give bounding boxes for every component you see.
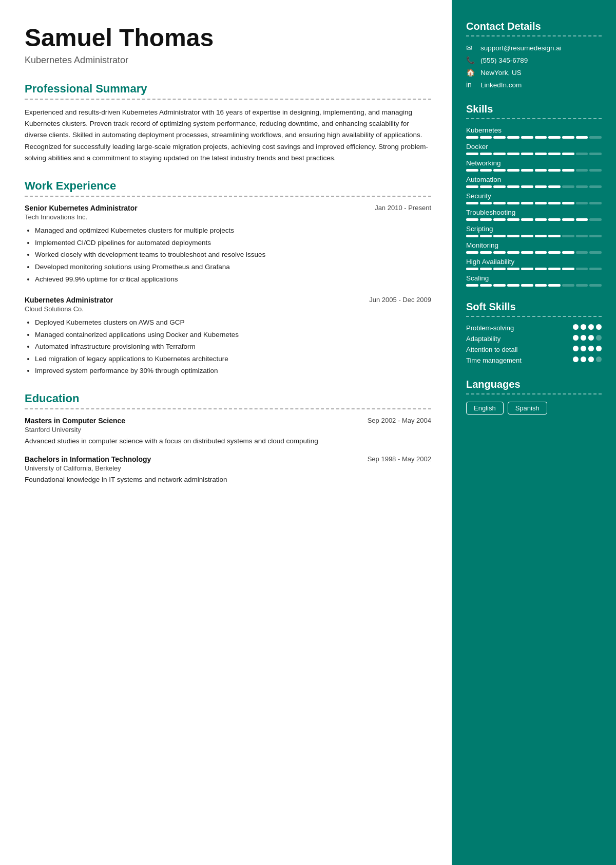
skills-section: Skills Kubernetes Docker Networking Auto… [466,103,602,287]
job-title: Kubernetes Administrator [25,296,113,304]
skill-segment [521,185,533,188]
skills-title: Skills [466,103,602,115]
soft-skill-row: Attention to detail [466,346,602,353]
skill-row: Networking [466,159,602,172]
soft-skill-name: Adaptability [466,335,569,343]
job-bullet: Implemented CI/CD pipelines for automate… [35,237,431,249]
education-section: Education Masters in Computer Science Se… [25,392,431,485]
skill-segment [521,136,533,139]
skill-row: High Availability [466,258,602,270]
soft-skill-row: Adaptability [466,335,602,343]
skill-name: Scaling [466,274,602,282]
skill-name: Automation [466,176,602,183]
edu-header: Bachelors in Information Technology Sep … [25,455,431,463]
skill-segment [576,235,588,237]
edu-school: Stanford University [25,426,431,434]
skill-segment [466,284,478,287]
soft-skill-name: Time management [466,356,569,364]
dot-row [573,356,602,362]
skill-segment [548,153,561,155]
edu-header: Masters in Computer Science Sep 2002 - M… [25,417,431,425]
skill-segment [576,268,588,270]
skill-segment [535,185,547,188]
skill-segment [493,185,506,188]
skill-segment [466,136,478,139]
contact-icon: in [466,81,476,89]
job-bullet: Developed monitoring solutions using Pro… [35,261,431,273]
skill-segment [576,251,588,254]
right-column: Contact Details ✉ support@resumedesign.a… [452,0,616,865]
skill-segment [480,185,492,188]
skill-segment [480,218,492,221]
soft-skill-dot [581,346,586,351]
skill-row: Monitoring [466,241,602,254]
skill-name: Monitoring [466,241,602,249]
education-divider [25,408,431,409]
skill-segment [466,153,478,155]
skill-segment [480,235,492,237]
skill-segment [466,218,478,221]
skill-segment [493,251,506,254]
skill-bar [466,153,602,155]
languages-section: Languages EnglishSpanish [466,379,602,415]
skill-segment [535,235,547,237]
skill-row: Docker [466,143,602,155]
soft-skill-dot [573,324,579,330]
skill-segment [576,284,588,287]
soft-skill-dot [588,335,594,341]
skill-segment [535,169,547,172]
skill-segment [480,251,492,254]
contact-title: Contact Details [466,21,602,32]
job-bullet: Achieved 99.9% uptime for critical appli… [35,274,431,285]
soft-skill-dot [581,356,586,362]
skill-segment [535,251,547,254]
skill-row: Automation [466,176,602,188]
skill-segment [507,218,519,221]
skill-segment [589,268,602,270]
job-bullets: Deployed Kubernetes clusters on AWS and … [35,317,431,377]
skill-segment [493,153,506,155]
contact-item: 📞 (555) 345-6789 [466,56,602,64]
skill-bar [466,218,602,221]
skill-segment [466,169,478,172]
left-column: Samuel Thomas Kubernetes Administrator P… [0,0,452,865]
skills-list: Kubernetes Docker Networking Automation … [466,126,602,287]
skill-segment [548,251,561,254]
skill-bar [466,251,602,254]
soft-skills-title: Soft Skills [466,301,602,313]
soft-skill-dot [596,335,602,341]
work-experience-divider [25,196,431,197]
skill-bar [466,284,602,287]
contact-item: 🏠 NewYork, US [466,68,602,77]
skill-segment [589,235,602,237]
education-entry: Masters in Computer Science Sep 2002 - M… [25,417,431,447]
skill-segment [507,235,519,237]
job-bullet: Deployed Kubernetes clusters on AWS and … [35,317,431,328]
skill-segment [548,169,561,172]
job-bullets: Managed and optimized Kubernetes cluster… [35,225,431,285]
job-date: Jan 2010 - Present [375,204,431,212]
skill-segment [521,169,533,172]
skill-segment [535,153,547,155]
skill-segment [589,218,602,221]
edu-degree: Bachelors in Information Technology [25,455,151,463]
soft-skill-dot [596,346,602,351]
skill-segment [480,268,492,270]
skill-segment [562,202,574,204]
job-bullet: Managed and optimized Kubernetes cluster… [35,225,431,236]
skill-bar [466,235,602,237]
skill-segment [507,153,519,155]
job-bullet: Improved system performance by 30% throu… [35,365,431,377]
soft-skills-list: Problem-solving Adaptability Attention t… [466,324,602,364]
skill-segment [507,185,519,188]
skill-segment [589,169,602,172]
edu-degree: Masters in Computer Science [25,417,125,425]
skill-segment [576,136,588,139]
work-experience-title: Work Experience [25,179,431,193]
summary-section: Professional Summary Experienced and res… [25,82,431,164]
skill-segment [480,153,492,155]
skill-segment [548,235,561,237]
soft-skill-dot [573,335,579,341]
soft-skills-divider [466,316,602,317]
skill-name: Kubernetes [466,126,602,134]
